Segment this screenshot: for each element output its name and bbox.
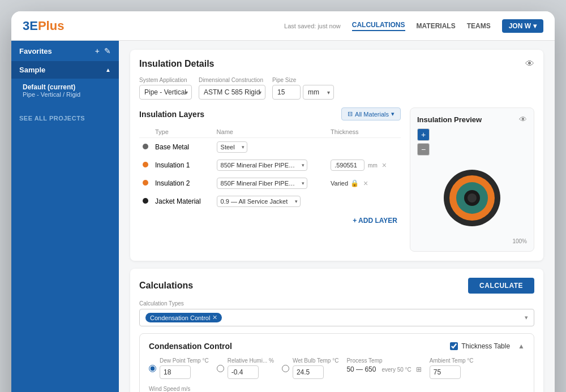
layers-col: Insulation Layers ⊟ All Materials ▾ bbox=[139, 107, 401, 252]
calc-types-input[interactable]: Condensation Control ✕ ▾ bbox=[139, 309, 534, 326]
preview-header: Insulation Preview 👁 bbox=[417, 115, 527, 124]
eye-icon[interactable]: 👁 bbox=[525, 59, 534, 69]
zoom-out-button[interactable]: − bbox=[417, 143, 430, 156]
base-metal-label: Base Metal bbox=[152, 138, 213, 157]
dimensional-construction-field: Dimensional Construction ASTM C 585 Rigi… bbox=[199, 77, 265, 100]
user-menu-button[interactable]: JON W ▾ bbox=[502, 19, 543, 33]
layers-header: Insulation Layers ⊟ All Materials ▾ bbox=[139, 107, 401, 120]
system-application-field: System Application Pipe - Vertical bbox=[139, 77, 192, 100]
col-thickness: Thickness bbox=[327, 126, 401, 138]
thickness-table-row: Thickness Table ▲ bbox=[450, 342, 525, 350]
dimensional-construction-select[interactable]: ASTM C 585 Rigid bbox=[199, 85, 265, 100]
delete-insulation2-button[interactable]: × bbox=[363, 179, 368, 188]
nav-teams[interactable]: TEAMS bbox=[467, 22, 491, 30]
step-label: every 50 °C bbox=[381, 367, 411, 373]
condensation-control-tag: Condensation Control ✕ bbox=[145, 313, 222, 322]
calc-types-section: Calculation Types Condensation Control ✕… bbox=[139, 300, 534, 326]
thickness-table-checkbox[interactable] bbox=[450, 342, 458, 350]
insulation2-label: Insulation 2 bbox=[152, 174, 213, 192]
dew-point-field: Dew Point Temp °C bbox=[149, 357, 209, 379]
add-layer-row: + ADD LAYER bbox=[139, 210, 401, 230]
calc-header: Calculations CALCULATE bbox=[139, 278, 534, 294]
sidebar-item-sample[interactable]: Sample ▲ bbox=[11, 61, 119, 79]
dot-gray-icon bbox=[143, 144, 148, 149]
last-saved: Last saved: just now bbox=[284, 23, 341, 29]
pipe-size-field: Pipe Size mm bbox=[272, 77, 334, 100]
sidebar-project: Default (current) Pipe - Vertical / Rigi… bbox=[11, 79, 119, 102]
logo-text: 3EPlus bbox=[23, 19, 64, 33]
chevron-up-icon: ▲ bbox=[105, 67, 111, 73]
rel-humidity-input[interactable] bbox=[228, 365, 259, 379]
nav-calculations[interactable]: CALCULATIONS bbox=[352, 21, 405, 31]
jacket-label: Jacket Material bbox=[152, 192, 213, 210]
add-favorite-button[interactable]: + bbox=[95, 46, 100, 55]
add-layer-button[interactable]: + ADD LAYER bbox=[353, 217, 397, 225]
process-temp-field: Process Temp 50 — 650 every 50 °C ⊞ bbox=[346, 357, 421, 373]
cond-title: Condensation Control bbox=[149, 342, 232, 351]
sliders-icon[interactable]: ⊞ bbox=[416, 365, 422, 373]
system-application-select[interactable]: Pipe - Vertical bbox=[139, 85, 192, 100]
ambient-temp-input[interactable] bbox=[430, 365, 461, 379]
nav-materials[interactable]: MATERIALS bbox=[417, 22, 456, 30]
system-application-wrapper: Pipe - Vertical bbox=[139, 85, 192, 100]
pipe-svg bbox=[441, 167, 503, 229]
insulation1-select[interactable]: 850F Mineral Fiber PIPE, Type I, C... bbox=[217, 160, 307, 171]
nav-links: CALCULATIONS MATERIALS TEAMS JON W ▾ bbox=[352, 19, 543, 33]
cond-fields: Dew Point Temp °C Relative Hu bbox=[149, 357, 525, 379]
dot-orange-icon bbox=[143, 162, 148, 167]
insulation-preview-col: Insulation Preview 👁 + − bbox=[410, 107, 534, 252]
insulation-layers-table: Type Name Thickness Base Metal bbox=[139, 126, 401, 210]
sidebar-favorites: Favorites + ✎ bbox=[11, 41, 119, 61]
insulation1-thickness-input[interactable] bbox=[331, 160, 365, 171]
rel-humidity-radio[interactable] bbox=[217, 365, 224, 372]
jacket-select[interactable]: 0.9 — All Service Jacket bbox=[217, 196, 301, 207]
insulation-details-title: Insulation Details bbox=[139, 59, 214, 69]
delete-insulation1-button[interactable]: × bbox=[382, 161, 387, 170]
process-temp-range: 50 — 650 bbox=[346, 365, 376, 373]
remove-tag-button[interactable]: ✕ bbox=[212, 314, 217, 321]
zoom-in-button[interactable]: + bbox=[417, 128, 430, 141]
chevron-down-icon: ▾ bbox=[525, 314, 528, 321]
preview-eye-icon[interactable]: 👁 bbox=[519, 115, 527, 124]
calculations-title: Calculations bbox=[139, 281, 193, 291]
chevron-down-icon: ▾ bbox=[533, 22, 537, 30]
chevron-up-icon[interactable]: ▲ bbox=[518, 342, 525, 350]
calculate-button[interactable]: CALCULATE bbox=[468, 278, 534, 294]
filter-icon: ⊟ bbox=[348, 110, 353, 118]
app-logo: 3EPlus bbox=[23, 19, 64, 33]
calc-types-label: Calculation Types bbox=[139, 300, 534, 307]
preview-controls: + − bbox=[417, 128, 527, 156]
base-metal-select[interactable]: Steel bbox=[217, 141, 247, 153]
sidebar: Favorites + ✎ Sample ▲ Default (current)… bbox=[11, 41, 119, 392]
insulation2-select[interactable]: 850F Mineral Fiber PIPE, Type I, C... bbox=[217, 178, 307, 189]
main-layout: Favorites + ✎ Sample ▲ Default (current)… bbox=[11, 41, 555, 392]
ambient-temp-field: Ambient Temp °C bbox=[430, 357, 474, 379]
top-nav: 3EPlus Last saved: just now CALCULATIONS… bbox=[11, 11, 555, 41]
wet-bulb-radio[interactable] bbox=[282, 365, 289, 372]
pipe-size-input[interactable] bbox=[272, 85, 301, 100]
dot-black-icon bbox=[143, 198, 148, 204]
core-highlight bbox=[468, 193, 477, 203]
condensation-control-card: Condensation Control Thickness Table ▲ bbox=[139, 333, 534, 392]
pipe-visual bbox=[417, 161, 527, 235]
relative-humidity-field: Relative Humi... % bbox=[217, 357, 274, 379]
col-type: Type bbox=[152, 126, 213, 138]
pipe-size-unit-select[interactable]: mm bbox=[303, 85, 334, 100]
table-row: Base Metal Steel bbox=[139, 138, 401, 157]
insulation1-label: Insulation 1 bbox=[152, 156, 213, 174]
layers-preview-row: Insulation Layers ⊟ All Materials ▾ bbox=[139, 107, 534, 252]
see-all-projects-link[interactable]: SEE ALL PROJECTS bbox=[11, 107, 119, 130]
wet-bulb-field: Wet Bulb Temp °C bbox=[282, 357, 338, 379]
wet-bulb-input[interactable] bbox=[293, 365, 324, 379]
filter-materials-button[interactable]: ⊟ All Materials ▾ bbox=[341, 107, 401, 120]
card-header: Insulation Details 👁 bbox=[139, 59, 534, 69]
table-row: Jacket Material 0.9 — All Service Jacket bbox=[139, 192, 401, 210]
dew-point-radio[interactable] bbox=[149, 365, 156, 372]
dot-orange-icon bbox=[143, 180, 148, 186]
insulation-details-card: Insulation Details 👁 System Application … bbox=[130, 50, 543, 261]
dew-point-input[interactable] bbox=[160, 365, 191, 379]
table-row: Insulation 2 850F Mineral Fiber PIPE, Ty… bbox=[139, 174, 401, 192]
lock-icon: 🔒 bbox=[350, 179, 359, 187]
edit-favorite-button[interactable]: ✎ bbox=[104, 46, 111, 55]
cond-header: Condensation Control Thickness Table ▲ bbox=[149, 342, 525, 351]
